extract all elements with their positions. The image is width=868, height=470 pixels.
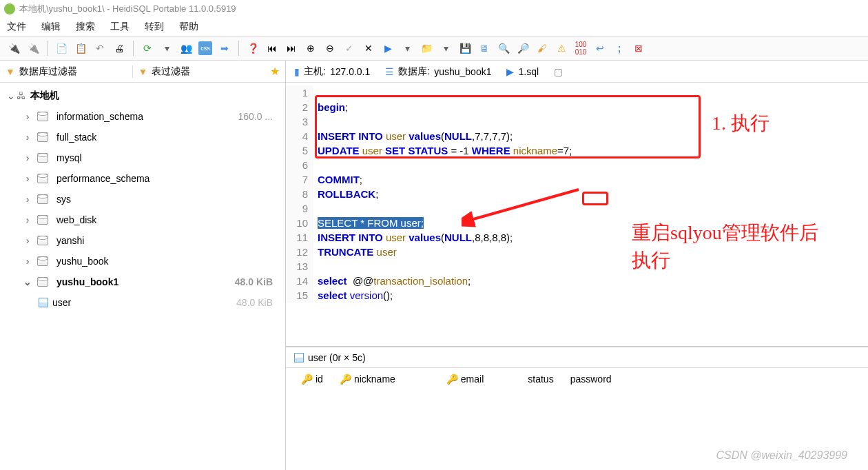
disconnect-icon[interactable]: 🔌 xyxy=(26,41,40,55)
wrap-icon[interactable]: ↩ xyxy=(593,41,607,55)
tree-item-mysql[interactable]: ›mysql xyxy=(0,147,285,168)
code-line-7[interactable]: 7COMMIT; xyxy=(286,172,868,187)
tree-item-user[interactable]: user48.0 KiB xyxy=(0,292,285,313)
help-icon[interactable]: ❓ xyxy=(246,41,260,55)
tab-bar: ▮ 主机: 127.0.0.1 ☰ 数据库: yushu_book1 ▶ 1.s… xyxy=(286,61,868,83)
confirm-icon[interactable]: ✓ xyxy=(342,41,356,55)
app-icon xyxy=(4,3,15,14)
connect-icon[interactable]: 🔌 xyxy=(7,41,21,55)
code-line-2[interactable]: 2begin; xyxy=(286,100,868,114)
monitor-icon[interactable]: 🖥 xyxy=(477,41,491,55)
database-icon xyxy=(37,256,48,266)
tree-item-sys[interactable]: ›sys xyxy=(0,189,285,210)
col-email[interactable]: 🔑email xyxy=(440,374,490,385)
code-line-5[interactable]: 5UPDATE user SET STATUS = -1 WHERE nickn… xyxy=(286,143,868,158)
table-icon xyxy=(39,298,48,307)
left-panel: ▼ 数据库过滤器 ▼ 表过滤器 ★ ⌄🖧 本地机›information_sch… xyxy=(0,61,286,470)
save-icon[interactable]: 💾 xyxy=(458,41,472,55)
db-value: yushu_book1 xyxy=(434,66,491,77)
warning-icon[interactable]: ⚠ xyxy=(555,41,568,55)
search-icon[interactable]: 🔍 xyxy=(497,41,510,55)
database-icon xyxy=(37,112,48,121)
copy-icon[interactable]: 📄 xyxy=(54,41,68,55)
col-id[interactable]: 🔑id xyxy=(294,374,330,385)
users-icon[interactable]: 👥 xyxy=(179,41,193,55)
play-icon: ▶ xyxy=(506,66,514,77)
database-icon xyxy=(37,174,48,183)
brush-icon[interactable]: 🖌 xyxy=(535,41,549,55)
tree-item-web_disk[interactable]: ›web_disk xyxy=(0,210,285,230)
remove-icon[interactable]: ⊖ xyxy=(323,41,337,55)
watermark: CSDN @weixin_40293999 xyxy=(716,449,847,462)
menu-search[interactable]: 搜索 xyxy=(76,21,95,33)
col-password[interactable]: password xyxy=(564,374,619,385)
tree-item-performance_schema[interactable]: ›performance_schema xyxy=(0,168,285,189)
code-line-3[interactable]: 3 xyxy=(286,114,868,129)
table-filter-tab[interactable]: ▼ 表过滤器 xyxy=(132,65,265,78)
sql-editor[interactable]: 12begin;34INSERT INTO user values(NULL,7… xyxy=(286,83,868,346)
code-line-6[interactable]: 6 xyxy=(286,158,868,172)
tab-sql[interactable]: ▶ 1.sql xyxy=(504,66,541,77)
db-filter-tab[interactable]: ▼ 数据库过滤器 xyxy=(0,65,132,78)
prev-icon[interactable]: ⏮ xyxy=(265,41,279,55)
code-line-14[interactable]: 14select @@transaction_isolation; xyxy=(286,274,868,288)
key-icon: 🔑 xyxy=(446,374,458,385)
semicolon-icon[interactable]: ; xyxy=(612,41,626,55)
dropdown-icon[interactable]: ▾ xyxy=(160,41,174,55)
menubar: 文件 编辑 搜索 工具 转到 帮助 xyxy=(0,18,868,36)
code-line-10[interactable]: 10SELECT * FROM user; xyxy=(286,216,868,230)
tab-database[interactable]: ☰ 数据库: yushu_book1 xyxy=(382,65,494,78)
stop-icon[interactable]: ⊠ xyxy=(632,41,645,55)
tab-host[interactable]: ▮ 主机: 127.0.0.1 xyxy=(291,65,373,78)
database-icon xyxy=(37,215,48,225)
results-tab[interactable]: user (0r × 5c) xyxy=(286,347,868,368)
export-icon[interactable]: ➡ xyxy=(218,41,231,55)
tree-item-yanshi[interactable]: ›yanshi xyxy=(0,230,285,251)
code-line-13[interactable]: 13 xyxy=(286,259,868,274)
menu-tools[interactable]: 工具 xyxy=(110,21,130,33)
tree-item-yushu_book[interactable]: ›yushu_book xyxy=(0,251,285,272)
search2-icon[interactable]: 🔎 xyxy=(516,41,530,55)
tree-root[interactable]: ⌄🖧 本地机 xyxy=(0,85,285,106)
col-nickname[interactable]: 🔑nickname xyxy=(333,374,402,385)
print-icon[interactable]: 🖨 xyxy=(112,41,126,55)
star-icon[interactable]: ★ xyxy=(265,65,285,78)
tab-new[interactable]: ▢ xyxy=(551,66,566,77)
results-columns: 🔑id 🔑nickname 🔑email status password xyxy=(286,368,868,390)
refresh-icon[interactable]: ⟳ xyxy=(141,41,154,55)
database-icon xyxy=(37,236,48,245)
code-line-11[interactable]: 11INSERT INTO user values(NULL,8,8,8,8); xyxy=(286,230,868,245)
run-icon[interactable]: ▶ xyxy=(381,41,395,55)
window-title: 本地机\yushu_book1\ - HeidiSQL Portable 11.… xyxy=(19,3,236,15)
folder-icon[interactable]: 📁 xyxy=(420,41,433,55)
tree-item-yushu_book1[interactable]: ⌄yushu_book148.0 KiB xyxy=(0,272,285,292)
cancel-icon[interactable]: ✕ xyxy=(362,41,375,55)
titlebar: 本地机\yushu_book1\ - HeidiSQL Portable 11.… xyxy=(0,0,868,18)
code-line-9[interactable]: 9 xyxy=(286,201,868,216)
col-status[interactable]: status xyxy=(521,374,560,385)
host-value: 127.0.0.1 xyxy=(330,66,370,77)
menu-file[interactable]: 文件 xyxy=(7,21,26,33)
code-line-12[interactable]: 12TRUNCATE user xyxy=(286,245,868,259)
database-icon xyxy=(37,277,48,287)
paste-icon[interactable]: 📋 xyxy=(74,41,87,55)
menu-help[interactable]: 帮助 xyxy=(179,21,198,33)
menu-goto[interactable]: 转到 xyxy=(145,21,164,33)
host-icon: 🖧 xyxy=(17,90,26,101)
tree-item-full_stack[interactable]: ›full_stack xyxy=(0,127,285,147)
dropdown3-icon[interactable]: ▾ xyxy=(439,41,453,55)
undo-icon[interactable]: ↶ xyxy=(93,41,107,55)
css-icon[interactable]: css xyxy=(198,41,212,55)
code-line-8[interactable]: 8ROLLBACK; xyxy=(286,187,868,201)
db-tree[interactable]: ⌄🖧 本地机›information_schema160.0 ...›full_… xyxy=(0,83,285,470)
menu-edit[interactable]: 编辑 xyxy=(41,21,61,33)
code-line-15[interactable]: 15select version(); xyxy=(286,288,868,303)
code-line-1[interactable]: 1 xyxy=(286,85,868,100)
server-icon: ▮ xyxy=(294,66,300,77)
binary-icon[interactable]: 100010 xyxy=(574,41,588,55)
tree-item-information_schema[interactable]: ›information_schema160.0 ... xyxy=(0,106,285,127)
next-icon[interactable]: ⏭ xyxy=(285,41,298,55)
code-line-4[interactable]: 4INSERT INTO user values(NULL,7,7,7,7); xyxy=(286,129,868,143)
add-icon[interactable]: ⊕ xyxy=(304,41,318,55)
dropdown2-icon[interactable]: ▾ xyxy=(400,41,414,55)
